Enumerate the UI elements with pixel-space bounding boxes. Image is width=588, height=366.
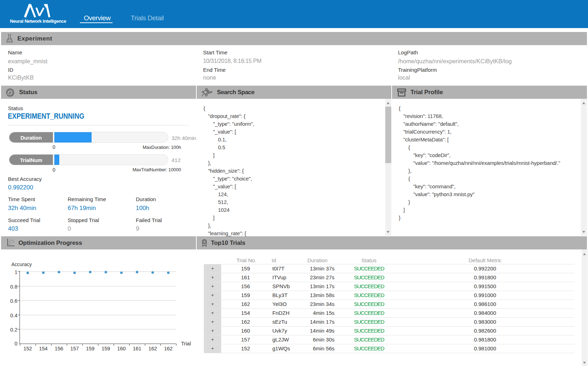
- svg-text:159: 159: [86, 346, 94, 351]
- svg-text:160: 160: [117, 346, 126, 351]
- svg-text:157: 157: [70, 346, 79, 351]
- svg-text:159: 159: [102, 346, 110, 351]
- svg-text:152: 152: [23, 346, 32, 351]
- svg-text:Accuracy: Accuracy: [11, 262, 32, 267]
- svg-text:0.2: 0.2: [10, 327, 17, 333]
- svg-text:0.4: 0.4: [10, 313, 17, 318]
- svg-text:162: 162: [164, 346, 173, 351]
- svg-text:154: 154: [39, 346, 48, 351]
- svg-text:0: 0: [15, 341, 17, 346]
- svg-text:0.6: 0.6: [10, 298, 17, 304]
- svg-text:161: 161: [133, 346, 141, 351]
- svg-text:0.8: 0.8: [10, 284, 17, 290]
- svg-text:1: 1: [15, 269, 17, 275]
- svg-text:156: 156: [55, 346, 63, 351]
- svg-text:Trial: Trial: [181, 341, 191, 346]
- svg-text:162: 162: [148, 346, 157, 351]
